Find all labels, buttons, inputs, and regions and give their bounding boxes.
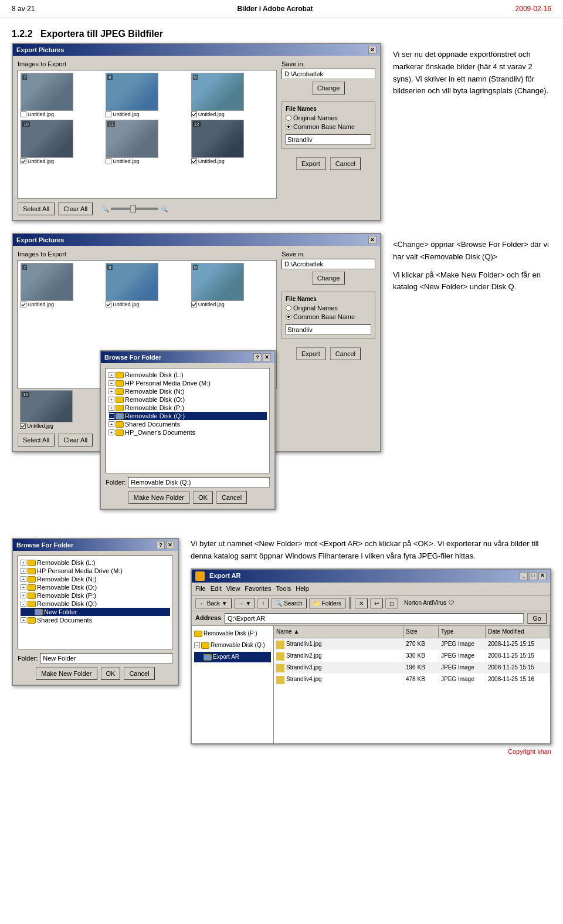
menu-favorites[interactable]: Favorites — [245, 584, 271, 594]
explorer-maximize-btn[interactable]: □ — [529, 572, 537, 580]
clear-all-button-1[interactable]: Clear All — [58, 202, 93, 215]
tree-item-shared[interactable]: + Shared Documents — [108, 420, 267, 428]
cancel-button-2[interactable]: Cancel — [330, 347, 361, 360]
img-cell-4[interactable]: 10 Untitled.jpg — [21, 120, 103, 164]
tree-item-owner[interactable]: + HP_Owner's Documents — [108, 428, 267, 436]
tree-item-N[interactable]: + Removable Disk (N:) — [108, 387, 267, 395]
delete-btn[interactable]: ✕ — [355, 598, 368, 608]
img-checkbox-3[interactable] — [191, 111, 197, 117]
address-field[interactable] — [225, 613, 524, 624]
img-cell-2-1[interactable]: 7 Untitled.jpg — [21, 263, 103, 307]
browse-cancel-btn[interactable]: Cancel — [216, 491, 247, 504]
img-cell-2[interactable]: 8 Untitled.jpg — [106, 73, 188, 117]
img-checkbox-1[interactable] — [21, 111, 26, 117]
img-checkbox-2-3[interactable] — [191, 302, 197, 307]
radio-original-1[interactable] — [286, 115, 291, 121]
file-row-2[interactable]: Strandliv2.jpg 330 KB JPEG Image 2008-11… — [274, 650, 550, 662]
slider-track-1[interactable] — [111, 208, 158, 210]
menu-file[interactable]: File — [195, 584, 206, 594]
img-checkbox-2-2[interactable] — [106, 302, 111, 307]
img-cell-2-3[interactable]: 9 Untitled.jpg — [191, 263, 274, 307]
img-cell-2-2[interactable]: 8 Untitled.jpg — [106, 263, 188, 307]
tree-item-O[interactable]: + Removable Disk (O:) — [108, 395, 267, 404]
browse-ok-btn[interactable]: OK — [193, 491, 213, 504]
expand-shared[interactable]: + — [108, 421, 114, 427]
tree-item-M[interactable]: + HP Personal Media Drive (M:) — [108, 379, 267, 387]
tree2-item-shared[interactable]: + Shared Documents — [21, 616, 170, 624]
explorer-close-btn[interactable]: ✕ — [538, 572, 547, 580]
make-new-folder-btn[interactable]: Make New Folder — [128, 491, 189, 504]
tree2-item-M[interactable]: + HP Personal Media Drive (M:) — [21, 567, 170, 575]
menu-view[interactable]: View — [226, 584, 240, 594]
tree2-item-P[interactable]: + Removable Disk (P:) — [21, 591, 170, 600]
col-size[interactable]: Size — [403, 626, 439, 638]
browse-help-btn[interactable]: ? — [253, 353, 262, 361]
expand-O[interactable]: + — [108, 397, 114, 402]
tree2-item-new-folder[interactable]: New Folder — [21, 608, 170, 616]
browse-ok-btn-2[interactable]: OK — [101, 667, 121, 680]
back-btn[interactable]: ← Back ▼ — [195, 598, 232, 608]
expand-owner[interactable]: + — [108, 429, 114, 435]
expand-L[interactable]: + — [108, 372, 114, 378]
img-checkbox-6[interactable] — [191, 158, 197, 164]
menu-tools[interactable]: Tools — [276, 584, 291, 594]
tree2-item-N[interactable]: + Removable Disk (N:) — [21, 575, 170, 583]
cancel-button-1[interactable]: Cancel — [330, 157, 361, 170]
select-all-button-2[interactable]: Select All — [18, 434, 55, 446]
browse-cancel-btn-2[interactable]: Cancel — [124, 667, 154, 680]
make-new-folder-btn-2[interactable]: Make New Folder — [36, 667, 97, 680]
explorer-minimize-btn[interactable]: _ — [520, 572, 528, 580]
folder-value-field-2[interactable] — [40, 653, 173, 664]
img-checkbox-5[interactable] — [106, 158, 111, 164]
copy-btn[interactable]: ◻ — [385, 598, 398, 608]
browse-close-btn[interactable]: ✕ — [263, 353, 271, 361]
tree-item-L[interactable]: + Removable Disk (L:) — [108, 371, 267, 379]
expand-M[interactable]: + — [108, 380, 114, 386]
change-button-2[interactable]: Change — [312, 272, 345, 285]
img-checkbox-2[interactable] — [106, 111, 111, 117]
file-row-3[interactable]: Strandliv3.jpg 196 KB JPEG Image 2008-11… — [274, 662, 550, 673]
clear-all-button-2[interactable]: Clear All — [58, 434, 93, 446]
expand-P[interactable]: + — [108, 405, 114, 411]
export-button-2[interactable]: Export — [296, 347, 325, 360]
change-button-1[interactable]: Change — [312, 82, 345, 94]
forward-btn[interactable]: → ▼ — [234, 598, 256, 608]
folders-btn[interactable]: 📁 Folders — [309, 598, 345, 608]
expand-Q[interactable]: - — [108, 413, 114, 419]
radio-common-2[interactable] — [286, 314, 291, 320]
col-type[interactable]: Type — [439, 626, 486, 638]
up-btn[interactable]: ↑ — [257, 598, 269, 608]
menu-edit[interactable]: Edit — [211, 584, 222, 594]
radio-common-1[interactable] — [286, 124, 291, 130]
folders-item-Q[interactable]: - Removable Disk (Q:) — [194, 640, 271, 651]
tree2-item-O[interactable]: + Removable Disk (O:) — [21, 583, 170, 591]
tree-item-Q[interactable]: - Removable Disk (Q:) — [108, 412, 267, 420]
browse-help-btn-2[interactable]: ? — [157, 541, 165, 549]
go-btn[interactable]: Go — [527, 613, 547, 624]
file-row-1[interactable]: Strandliv1.jpg 270 KB JPEG Image 2008-11… — [274, 638, 550, 650]
tree-item-P[interactable]: + Removable Disk (P:) — [108, 404, 267, 412]
img-checkbox-2-1[interactable] — [21, 302, 26, 307]
col-date[interactable]: Date Modified — [486, 626, 550, 638]
col-name[interactable]: Name ▲ — [274, 626, 403, 638]
file-row-4[interactable]: Strandliv4.jpg 478 KB JPEG Image 2008-11… — [274, 673, 550, 685]
move-btn[interactable]: ↩ — [370, 598, 383, 608]
img-cell-5[interactable]: 11 Untitled.jpg — [106, 120, 188, 164]
close-btn-1[interactable]: ✕ — [368, 46, 377, 54]
select-all-button-1[interactable]: Select All — [18, 202, 55, 215]
img-cell-1[interactable]: 7 Untitled.jpg — [21, 73, 103, 117]
base-name-field-2[interactable] — [286, 324, 371, 335]
img-cell-6[interactable]: 12 Untitled.jpg — [191, 120, 274, 164]
close-btn-2[interactable]: ✕ — [368, 236, 377, 244]
img-cell-3[interactable]: 9 Untitled.jpg — [191, 73, 274, 117]
folder-value-field[interactable] — [128, 477, 270, 488]
tree2-item-L[interactable]: + Removable Disk (L:) — [21, 559, 170, 567]
img-checkbox-2-4[interactable] — [20, 423, 26, 429]
folders-item-export-ar[interactable]: Export AR — [194, 652, 271, 662]
expand-N[interactable]: + — [108, 388, 114, 394]
browse-close-btn-2[interactable]: ✕ — [166, 541, 174, 549]
folders-item-P[interactable]: Removable Disk (P:) — [194, 628, 271, 639]
export-button-1[interactable]: Export — [296, 157, 325, 170]
search-btn[interactable]: 🔍 Search — [271, 598, 306, 608]
img-checkbox-4[interactable] — [21, 158, 26, 164]
